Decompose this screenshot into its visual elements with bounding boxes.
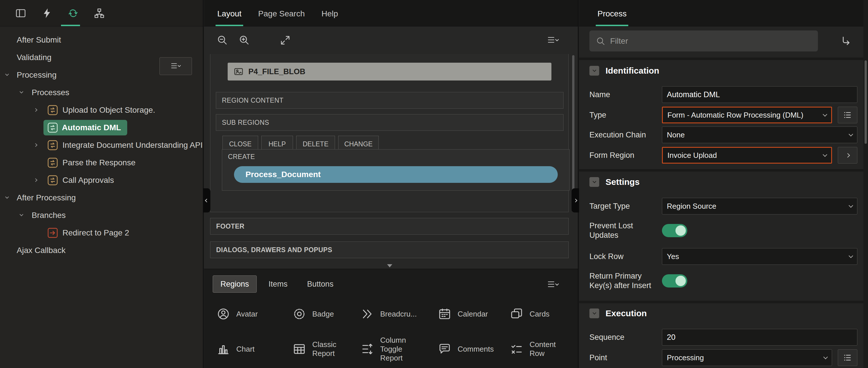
property-filter[interactable]	[589, 31, 818, 52]
gallery-item-column-toggle-report[interactable]: Column Toggle Report	[361, 335, 418, 363]
sequence-input[interactable]	[662, 329, 857, 345]
type-select[interactable]: Form - Automatic Row Processing (DML)	[662, 107, 832, 123]
page-scrollbar[interactable]	[863, 0, 868, 368]
processing-tab-button[interactable]	[67, 7, 80, 20]
tree-node-after-processing[interactable]: After Processing	[0, 189, 203, 206]
button-label: DELETE	[303, 140, 329, 148]
zoom-out-button[interactable]	[216, 33, 229, 47]
gallery-item-label: Column Toggle Report	[380, 336, 418, 363]
tree-node-processes[interactable]: Processes	[0, 83, 203, 101]
go-to-icon	[840, 35, 852, 48]
point-lov-button[interactable]	[838, 349, 857, 366]
gallery-tab-buttons[interactable]: Buttons	[299, 275, 341, 293]
gallery-item-calendar[interactable]: Calendar	[438, 304, 488, 324]
dialogs-slot[interactable]: DIALOGS, DRAWERS AND POPUPS	[210, 241, 569, 258]
menu-icon	[546, 35, 560, 45]
gallery-item-chart[interactable]: Chart	[217, 335, 255, 363]
expand-icon[interactable]	[34, 109, 47, 111]
region-content-slot[interactable]: REGION CONTENT	[216, 92, 563, 109]
tree-node-parse-the-response[interactable]: Parse the Response	[0, 154, 203, 171]
tree-node-call-approvals[interactable]: Call Approvals	[0, 171, 203, 189]
splitter-collapse-icon[interactable]	[387, 264, 392, 267]
field-label: Lock Row	[589, 252, 662, 261]
zoom-in-icon	[239, 34, 250, 46]
form-region-select[interactable]: Invoice Upload	[662, 147, 832, 164]
button-process-document[interactable]: Process_Document	[234, 166, 558, 183]
tree-menu-button[interactable]	[159, 57, 192, 75]
sub-regions-slot[interactable]: SUB REGIONS	[216, 114, 563, 131]
button-label: Process_Document	[246, 170, 320, 179]
chevron-down-icon	[849, 203, 853, 208]
create-slot[interactable]: CREATE Process_Document	[222, 149, 569, 191]
lock-row-select[interactable]: Yes	[662, 248, 857, 265]
badge-icon	[293, 307, 306, 321]
collapse-left-panel-handle[interactable]	[203, 188, 210, 212]
collapse-section-icon[interactable]	[589, 177, 599, 187]
slot-label: CREATE	[222, 149, 569, 161]
tree-node-after-submit[interactable]: After Submit	[0, 31, 203, 48]
gallery-item-avatar[interactable]: Avatar	[217, 304, 258, 324]
quick-actions-button[interactable]	[40, 7, 53, 20]
prevent-lost-updates-toggle[interactable]	[662, 224, 687, 237]
tree-node-automatic-dml-selected[interactable]: Automatic DML	[0, 119, 203, 136]
expand-collapse-icon[interactable]	[6, 196, 17, 199]
scrollbar-thumb[interactable]	[865, 60, 867, 144]
name-input[interactable]	[662, 86, 857, 103]
field-return-primary-keys: Return Primary Key(s) after Insert	[589, 271, 687, 291]
expand-collapse-icon[interactable]	[6, 74, 17, 76]
tree-node-upload-to-object-storage[interactable]: Upload to Object Storage.	[0, 101, 203, 119]
tab-page-search[interactable]: Page Search	[258, 9, 305, 26]
execution-chain-select[interactable]: None	[662, 127, 857, 143]
region-invoice-upload-box[interactable]: P4_FILE_BLOB REGION CONTENT SUB REGIONS …	[210, 54, 569, 212]
tree-node-integrate-document-understanding-api[interactable]: Integrate Document Understanding API	[0, 136, 203, 154]
expand-icon[interactable]	[34, 144, 47, 146]
section-execution[interactable]: Execution	[589, 308, 647, 319]
footer-slot[interactable]: FOOTER	[210, 218, 569, 235]
form-region-go-button[interactable]	[838, 147, 857, 164]
expand-collapse-icon[interactable]	[20, 214, 32, 216]
tree-node-redirect-to-page-2[interactable]: Redirect to Page 2	[0, 224, 203, 241]
hierarchy-button[interactable]	[93, 7, 105, 20]
gallery-tab-items[interactable]: Items	[261, 275, 295, 293]
item-p4-file-blob[interactable]: P4_FILE_BLOB	[228, 63, 551, 80]
tree-node-branches[interactable]: Branches	[0, 206, 203, 224]
tree-node-ajax-callback[interactable]: Ajax Callback	[0, 241, 203, 259]
section-identification[interactable]: Identification	[589, 65, 659, 76]
zoom-in-button[interactable]	[238, 33, 251, 47]
go-to-component-button[interactable]	[839, 34, 854, 49]
collapse-section-icon[interactable]	[589, 66, 599, 76]
gallery-menu-button[interactable]	[545, 278, 562, 292]
gallery-item-content-row[interactable]: Content Row	[510, 335, 567, 363]
collapse-section-icon[interactable]	[589, 308, 599, 318]
selected-tree-item[interactable]: Automatic DML	[43, 120, 127, 135]
gallery-item-comments[interactable]: Comments	[438, 335, 494, 363]
hierarchy-icon	[94, 7, 105, 19]
chevron-right-icon	[845, 153, 850, 158]
tab-layout[interactable]: Layout	[217, 9, 242, 26]
rendering-tree: After Submit Validating Processing Proce…	[0, 27, 203, 259]
gallery-item-classic-report[interactable]: Classic Report	[293, 335, 350, 363]
layout-menu-button[interactable]	[545, 33, 562, 47]
tree-label: Automatic DML	[62, 123, 121, 132]
sidebar-toggle-button[interactable]	[14, 7, 27, 20]
return-primary-keys-toggle[interactable]	[662, 274, 687, 288]
gallery-item-cards[interactable]: Cards	[510, 304, 549, 324]
field-label: Execution Chain	[589, 130, 662, 140]
expand-icon[interactable]	[34, 179, 47, 181]
button-label: HELP	[269, 140, 286, 148]
tab-help[interactable]: Help	[321, 9, 338, 26]
gallery-tab-regions[interactable]: Regions	[213, 275, 257, 293]
point-select[interactable]: Processing	[662, 349, 832, 366]
expand-collapse-icon[interactable]	[20, 91, 32, 94]
filter-input[interactable]	[610, 36, 809, 46]
target-type-select[interactable]: Region Source	[662, 198, 857, 214]
collapse-right-panel-handle[interactable]	[571, 188, 579, 212]
field-label: Prevent Lost Updates	[589, 221, 662, 240]
gallery-item-breadcrumb[interactable]: Breadcru...	[361, 304, 417, 324]
section-settings[interactable]: Settings	[589, 176, 640, 188]
type-lov-button[interactable]	[838, 107, 857, 123]
expand-button[interactable]	[278, 33, 292, 47]
field-form-region: Form Region Invoice Upload	[589, 147, 857, 164]
gallery-item-badge[interactable]: Badge	[293, 304, 334, 324]
tab-process[interactable]: Process	[597, 9, 626, 26]
